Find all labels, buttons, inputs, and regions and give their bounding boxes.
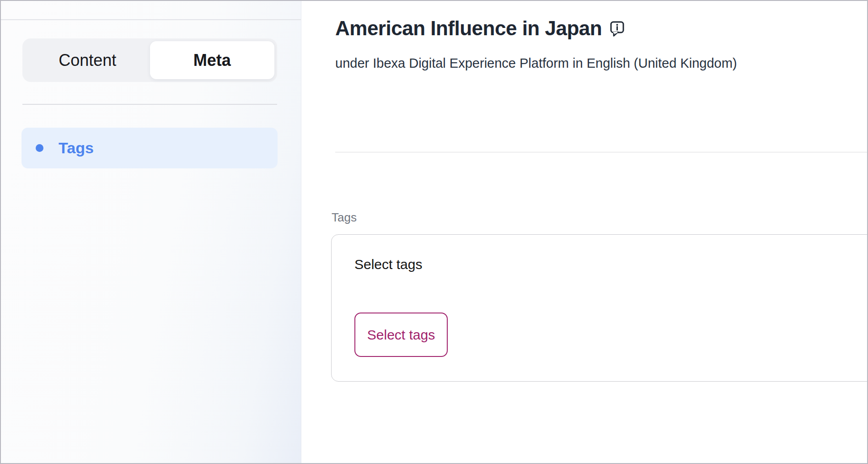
info-speech-bubble-icon[interactable] (610, 21, 625, 39)
tags-field-box: Select tags Select tags (331, 234, 867, 382)
page-subtitle: under Ibexa Digital Experience Platform … (335, 55, 737, 72)
main-content: American Influence in Japan under Ibexa … (301, 1, 867, 463)
sidebar: Content Meta Tags (1, 1, 301, 463)
sidebar-top-divider (1, 19, 301, 20)
field-label-tags: Tags (332, 210, 357, 225)
sidebar-item-tags[interactable]: Tags (21, 128, 278, 168)
tags-field-empty-value: Select tags (354, 257, 867, 272)
tab-meta[interactable]: Meta (150, 41, 275, 79)
tab-content[interactable]: Content (25, 41, 150, 79)
main-divider (335, 152, 867, 152)
page-title: American Influence in Japan (335, 16, 602, 40)
bullet-dot-icon (36, 144, 43, 152)
content-edit-window: Content Meta Tags American Influence in … (0, 0, 868, 464)
content-meta-toggle: Content Meta (22, 38, 277, 82)
sidebar-divider (22, 104, 277, 105)
sidebar-item-label: Tags (59, 139, 94, 157)
select-tags-button[interactable]: Select tags (354, 313, 448, 357)
title-row: American Influence in Japan (335, 16, 858, 40)
